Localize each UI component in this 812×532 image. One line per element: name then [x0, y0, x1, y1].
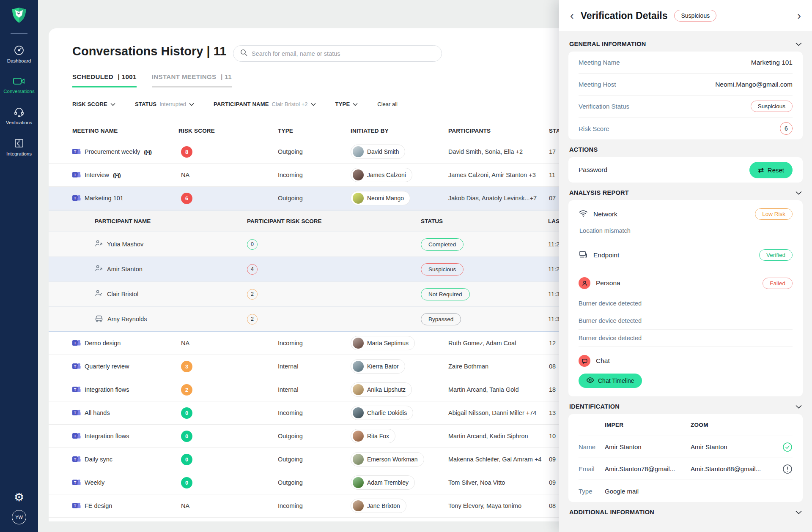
status-badge: Bypassed	[421, 313, 461, 325]
meeting-name: All hands	[85, 409, 110, 416]
col-initiated-by: INITIATED BY	[351, 128, 448, 134]
filter-risk-score[interactable]: RISK SCORE	[72, 101, 115, 107]
chevron-down-icon	[796, 42, 802, 46]
svg-text:T: T	[74, 503, 77, 507]
persona-label: Persona	[596, 279, 620, 287]
persona-icon	[579, 277, 590, 289]
meeting-name: Demo design	[85, 340, 121, 346]
meeting-type: Outgoing	[278, 433, 351, 439]
participant-risk-circle: 2	[247, 289, 258, 300]
filter-type[interactable]: TYPE	[335, 101, 358, 107]
filter-value: Clair Bristol +2	[272, 101, 308, 107]
persona-issue[interactable]: Burner device detected	[579, 295, 793, 312]
clear-all-button[interactable]: Clear all	[377, 101, 398, 107]
video-camera-icon	[13, 76, 25, 86]
col-meeting-name: MEETING NAME	[72, 128, 178, 134]
col-imper: IMPER	[605, 422, 691, 428]
section-analysis-report[interactable]: ANALYSIS REPORT	[569, 189, 802, 196]
avatar	[353, 338, 364, 349]
chevron-left-icon[interactable]: ‹	[570, 10, 574, 21]
col-participant-status: STATUS	[421, 218, 548, 224]
risk-score-chip: 6	[181, 193, 192, 204]
svg-text:T: T	[74, 196, 77, 200]
chevron-down-icon	[796, 510, 802, 514]
meeting-type: Outgoing	[278, 479, 351, 486]
search-input[interactable]	[252, 50, 435, 57]
svg-text:T: T	[74, 341, 77, 345]
avatar	[353, 407, 364, 418]
sidebar-item-label: Verifications	[6, 120, 32, 125]
user-avatar[interactable]: YW	[12, 510, 26, 524]
chevron-down-icon	[796, 405, 802, 409]
meeting-type: Outgoing	[278, 195, 351, 202]
participant-name: Yulia Mashov	[107, 241, 143, 248]
section-general-information[interactable]: GENERAL INFORMATION	[569, 41, 802, 47]
participants-list: James Calzoni, Amir Stanton +3	[448, 172, 549, 178]
reset-password-button[interactable]: ⇄ Reset	[749, 162, 793, 178]
identification-row: Email Amir.Stanton78@gmail... Amir.Stant…	[579, 458, 793, 480]
general-information-card: Meeting Name Marketing 101 Meeting Host …	[568, 52, 803, 139]
imper-value: Amir Stanton	[605, 443, 691, 450]
initiator-pill: Adam Trembley	[351, 475, 415, 490]
chat-timeline-button[interactable]: Chat Timeline	[579, 374, 642, 388]
sidebar-item-conversations[interactable]: Conversations	[0, 76, 38, 94]
field-label: Verification Status	[579, 103, 629, 110]
risk-score-chip: 0	[181, 454, 192, 465]
meeting-name: Procurement weekly	[85, 148, 140, 155]
chevron-right-icon[interactable]: ›	[797, 10, 801, 21]
refresh-icon: ⇄	[758, 166, 763, 174]
status-badge: Suspicious	[421, 263, 464, 276]
sidebar-item-integrations[interactable]: Integrations	[0, 138, 38, 156]
teams-icon: T	[72, 455, 81, 464]
endpoint-device-icon	[579, 250, 588, 260]
zoom-value: Amir.Stanton88@gmail...	[691, 465, 774, 472]
filter-participant-name[interactable]: PARTICIPANT NAME Clair Bristol +2	[214, 101, 315, 107]
initiator-pill: James Calzoni	[351, 168, 412, 182]
filter-value: Interrupted	[159, 101, 186, 107]
persona-issue[interactable]: Burner device detected	[579, 330, 793, 347]
sidebar-item-dashboard[interactable]: Dashboard	[0, 45, 38, 63]
meeting-type: Incoming	[278, 340, 351, 346]
meeting-name: Marketing 101	[85, 195, 123, 202]
section-additional-information[interactable]: ADDITIONAL INFORMATION	[569, 509, 802, 516]
risk-score-circle: 6	[780, 122, 793, 135]
tab-instant-meetings[interactable]: INSTANT MEETINGS | 11	[152, 73, 232, 87]
col-participant-name: PARTICIPANT NAME	[95, 218, 247, 224]
person-arrow-out-icon	[95, 265, 103, 274]
filter-status[interactable]: STATUS Interrupted	[135, 101, 194, 107]
chevron-down-icon	[796, 191, 802, 195]
gear-icon[interactable]: ⚙	[14, 492, 24, 503]
risk-score-chip: 0	[181, 477, 192, 488]
verification-details-panel: ‹ Verification Details Suspicious › GENE…	[559, 0, 812, 532]
initiator-name: Charlie Dokidis	[367, 409, 407, 416]
initiator-name: Rita Fox	[367, 433, 389, 439]
participant-name: Amy Reynolds	[107, 316, 147, 322]
participant-risk-circle: 2	[247, 314, 258, 325]
match-check-icon	[782, 442, 793, 452]
endpoint-label: Endpoint	[593, 251, 619, 259]
speedometer-icon	[14, 45, 25, 56]
participant-risk-circle: 4	[247, 264, 258, 275]
initiator-pill: Jane Brixton	[351, 499, 406, 513]
app-logo-shield-icon	[9, 6, 29, 26]
svg-text:T: T	[74, 410, 77, 415]
risk-score-na: NA	[181, 502, 189, 509]
teams-icon: T	[72, 385, 81, 395]
field-value: Neomi.Mango@gmail.com	[715, 81, 793, 88]
meeting-type: Outgoing	[278, 456, 351, 463]
col-zoom: ZOOM	[691, 422, 774, 428]
persona-issue[interactable]: Burner device detected	[579, 312, 793, 330]
svg-text:T: T	[74, 480, 77, 484]
svg-text:T: T	[74, 387, 77, 391]
teams-icon: T	[72, 431, 81, 441]
participants-list: Martin Arcand, Tania Gold	[448, 386, 549, 393]
risk-score-chip: 3	[181, 361, 192, 372]
search-bar[interactable]	[233, 45, 442, 62]
initiator-name: Emerson Workman	[367, 456, 418, 463]
imper-value: Amir.Stanton78@gmail...	[605, 465, 691, 472]
meeting-type: Internal	[278, 363, 351, 370]
tab-scheduled[interactable]: SCHEDULED | 1001	[72, 73, 137, 87]
sidebar-item-verifications[interactable]: Verifications	[0, 106, 38, 125]
section-identification[interactable]: IDENTIFICATION	[569, 403, 802, 410]
location-mismatch-link[interactable]: Location mismatch	[579, 226, 793, 241]
